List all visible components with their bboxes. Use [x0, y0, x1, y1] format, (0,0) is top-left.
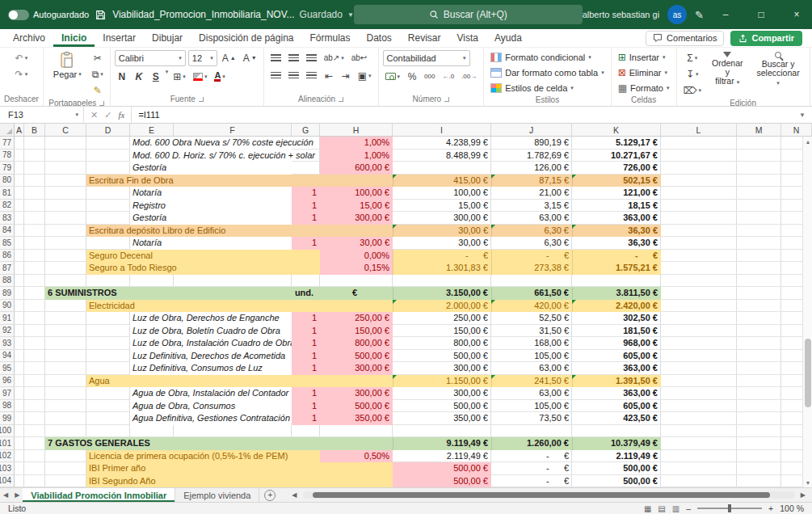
vertical-scroll-thumb[interactable] — [805, 339, 811, 407]
redo-button[interactable]: ↷▾ — [13, 66, 31, 82]
cancel-icon[interactable]: ✕ — [90, 110, 98, 120]
align-bottom-button[interactable] — [304, 50, 319, 65]
share-button[interactable]: Compartir — [730, 31, 802, 46]
cell-J87[interactable]: 273,38 € — [491, 262, 572, 275]
expand-formula-bar-icon[interactable]: ▼ — [793, 112, 812, 119]
column-header-N[interactable]: N — [781, 124, 812, 136]
cell-G98[interactable]: 1 — [292, 400, 320, 413]
format-painter-button[interactable]: ✎ — [90, 82, 106, 98]
tab-archivo[interactable]: Archivo — [5, 29, 53, 47]
row-header-88[interactable]: 88 — [0, 275, 15, 288]
minimize-button[interactable]: – — [712, 0, 739, 29]
cell-E77[interactable]: Mod. 600 Obra Nueva s/ 70% coste ejecuci… — [130, 137, 292, 150]
cell-G85[interactable]: 1 — [292, 237, 320, 250]
cell-J86[interactable]: - € — [491, 250, 572, 263]
cell-I99[interactable]: 350,00 € — [393, 412, 491, 425]
underline-button[interactable]: S — [149, 69, 163, 84]
italic-button[interactable]: K — [132, 69, 146, 84]
fill-color-button[interactable]: ▾ — [191, 69, 210, 84]
number-format-select[interactable]: Contabilidad▾ — [383, 50, 470, 66]
cell-I102[interactable]: 2.119,49 € — [393, 450, 491, 463]
percent-button[interactable]: % — [405, 69, 419, 84]
cell-K93[interactable]: 968,00 € — [572, 337, 661, 350]
row-header-89[interactable]: 89 — [0, 287, 15, 300]
row-header-90[interactable]: 90 — [0, 300, 15, 313]
tab-formulas[interactable]: Fórmulas — [301, 29, 358, 47]
cell-H89[interactable]: € — [320, 287, 393, 300]
cell-G99[interactable]: 1 — [292, 412, 320, 425]
column-header-I[interactable]: I — [393, 124, 491, 136]
cell-K95[interactable]: 363,00 € — [572, 362, 661, 375]
formula-input[interactable]: =I111 — [132, 110, 793, 120]
cell-E82[interactable]: Registro — [130, 200, 292, 213]
accounting-format-button[interactable]: ▾ — [383, 69, 403, 84]
align-center-button[interactable] — [286, 68, 301, 83]
tab-disposicion[interactable]: Disposición de página — [191, 29, 301, 47]
cell-D102[interactable]: Licencia de primera ocupación (0,5%-1% d… — [86, 450, 320, 463]
cell-J90[interactable]: 420,00 € — [491, 300, 572, 313]
tab-dibujar[interactable]: Dibujar — [144, 29, 191, 47]
copy-button[interactable]: ⧉▾ — [90, 66, 106, 82]
column-header-H[interactable]: H — [320, 124, 393, 136]
cell-H97[interactable]: 300,00 € — [320, 387, 393, 400]
cell-H91[interactable]: 250,00 € — [320, 312, 393, 325]
cell-E98[interactable]: Agua de Obra, Consumos — [130, 400, 292, 413]
add-sheet-button[interactable]: + — [264, 490, 276, 501]
cell-K77[interactable]: 5.129,17 € — [572, 137, 661, 150]
row-header-96[interactable]: 96 — [0, 375, 15, 388]
tab-datos[interactable]: Datos — [359, 29, 400, 47]
dialog-launcher-icon[interactable] — [99, 101, 104, 106]
paste-button[interactable]: Pegar▾ — [48, 50, 87, 81]
cell-J103[interactable]: - € — [491, 462, 572, 475]
cell-K78[interactable]: 10.271,67 € — [572, 150, 661, 162]
avatar[interactable]: as — [667, 5, 687, 24]
cell-J98[interactable]: 105,00 € — [491, 400, 572, 413]
close-button[interactable]: × — [783, 0, 810, 29]
borders-button[interactable]: ⊞▾ — [170, 69, 188, 84]
sheet-tab-inactive[interactable]: Ejemplo vivienda — [175, 488, 259, 502]
cell-D96[interactable]: Agua — [86, 375, 393, 388]
cell-E85[interactable]: Notaría — [130, 237, 292, 250]
cell-E81[interactable]: Notaría — [130, 187, 292, 200]
cell-I95[interactable]: 300,00 € — [393, 362, 491, 375]
hscroll-left-icon[interactable]: ◀ — [288, 491, 300, 499]
cell-I93[interactable]: 800,00 € — [393, 337, 491, 350]
cell-I101[interactable]: 9.119,49 € — [393, 437, 491, 450]
row-header-91[interactable]: 91 — [0, 312, 15, 325]
cell-K99[interactable]: 423,50 € — [572, 412, 661, 425]
column-header-C[interactable]: C — [45, 124, 86, 136]
tab-vista[interactable]: Vista — [449, 29, 486, 47]
column-header-K[interactable]: K — [572, 124, 661, 136]
row-header-104[interactable]: 104 — [0, 475, 15, 488]
cell-D103[interactable]: IBI Primer año — [86, 462, 393, 475]
row-header-94[interactable]: 94 — [0, 350, 15, 363]
cell-H92[interactable]: 150,00 € — [320, 325, 393, 338]
cell-K104[interactable]: 500,00 € — [572, 475, 661, 488]
cell-H78[interactable]: 1,00% — [320, 150, 393, 162]
sheet-nav-left-icon[interactable]: ◀ — [0, 491, 11, 499]
cell-D90[interactable]: Electricidad — [86, 300, 393, 313]
column-header-G[interactable]: G — [292, 124, 320, 136]
cell-K97[interactable]: 363,00 € — [572, 387, 661, 400]
cell-E93[interactable]: Luz de Obra, Instalación Cuadro de Obra — [130, 337, 292, 350]
wrap-text-button[interactable]: ab↩ — [349, 50, 370, 65]
increase-decimal-button[interactable]: ←.0 — [440, 69, 456, 84]
cell-E95[interactable]: Luz Definitiva, Consumos de Luz — [130, 362, 292, 375]
cell-K79[interactable]: 726,00 € — [572, 162, 661, 175]
row-header-92[interactable]: 92 — [0, 325, 15, 338]
cell-K81[interactable]: 121,00 € — [572, 187, 661, 200]
column-header-J[interactable]: J — [491, 124, 572, 136]
cell-I84[interactable]: 30,00 € — [393, 225, 491, 238]
font-color-button[interactable]: A▾ — [212, 69, 227, 84]
column-header-E[interactable]: E — [130, 124, 174, 136]
cell-I87[interactable]: 1.301,83 € — [393, 262, 491, 275]
cell-I86[interactable]: - € — [393, 250, 491, 263]
document-title[interactable]: Viabilidad_Promocion_Inmobiliaria_NOV...… — [112, 9, 354, 20]
cell-I104[interactable]: 500,00 € — [393, 475, 491, 488]
font-name-select[interactable]: Calibri▾ — [115, 50, 186, 66]
cell-K83[interactable]: 363,00 € — [572, 212, 661, 225]
cell-H85[interactable]: 30,00 € — [320, 237, 393, 250]
decrease-indent-button[interactable]: ⇤ — [322, 68, 336, 83]
tab-revisar[interactable]: Revisar — [400, 29, 449, 47]
hscroll-right-icon[interactable]: ▶ — [797, 491, 809, 499]
